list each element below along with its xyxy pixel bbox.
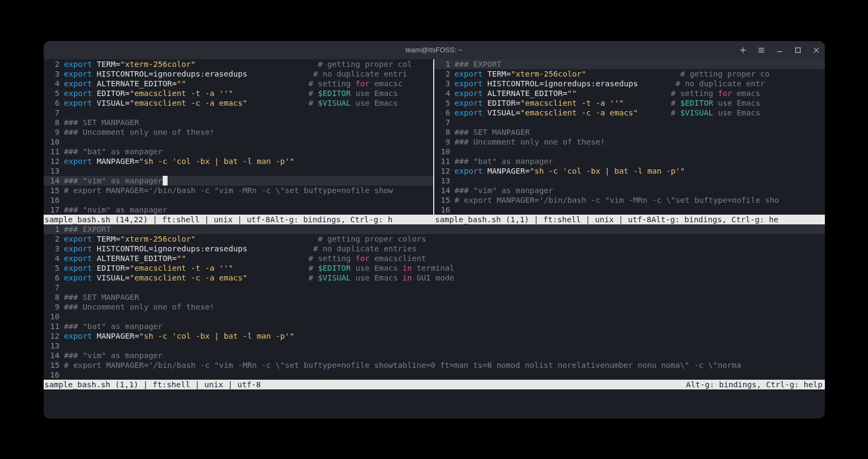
- line-content[interactable]: ### SET MANPAGER: [64, 292, 825, 302]
- line-content[interactable]: [64, 370, 825, 380]
- code-line[interactable]: 9### Uncomment only one of these!: [434, 137, 825, 147]
- code-line[interactable]: 13: [44, 341, 825, 351]
- line-content[interactable]: [455, 176, 825, 186]
- line-content[interactable]: ### "vim" as manpager: [64, 176, 433, 186]
- code-top-right[interactable]: 1### EXPORT2export TERM="xterm-256color"…: [434, 59, 825, 215]
- code-line[interactable]: 4export ALTERNATE_EDITOR="" # setting fo…: [434, 88, 825, 98]
- code-top-left[interactable]: 2export TERM="xterm-256color" # getting …: [44, 59, 433, 215]
- line-content[interactable]: export EDITOR="emacsclient -t -a ''" # $…: [64, 263, 825, 273]
- code-line[interactable]: 13: [44, 166, 433, 176]
- line-content[interactable]: [64, 341, 825, 351]
- code-line[interactable]: 5export EDITOR="emacsclient -t -a ''" # …: [44, 88, 433, 98]
- code-line[interactable]: 15# export MANPAGER='/bin/bash -c "vim -…: [44, 360, 825, 370]
- line-content[interactable]: [64, 108, 433, 118]
- line-content[interactable]: ### "nvim" as manpager: [64, 205, 433, 215]
- line-content[interactable]: ### SET MANPAGER: [64, 118, 433, 127]
- line-content[interactable]: ### EXPORT: [64, 224, 825, 234]
- code-line[interactable]: 11### "bat" as manpager: [434, 156, 825, 166]
- line-content[interactable]: ### "bat" as manpager: [64, 321, 825, 331]
- line-content[interactable]: [64, 283, 825, 292]
- code-line[interactable]: 16: [44, 370, 825, 380]
- pane-bottom[interactable]: 1### EXPORT2export TERM="xterm-256color"…: [44, 224, 825, 389]
- code-line[interactable]: 5export EDITOR="emacsclient -t -a ''" # …: [434, 98, 825, 108]
- code-line[interactable]: 9### Uncomment only one of these!: [44, 127, 433, 137]
- line-content[interactable]: export EDITOR="emacsclient -t -a ''" # $…: [455, 98, 825, 108]
- code-line[interactable]: 7: [44, 283, 825, 292]
- line-content[interactable]: ### "vim" as manpager: [455, 186, 825, 195]
- code-line[interactable]: 17### "nvim" as manpager: [44, 205, 433, 215]
- code-line[interactable]: 3export HISTCONTROL=ignoredups:erasedups…: [44, 69, 433, 79]
- line-content[interactable]: # export MANPAGER='/bin/bash -c "vim -MR…: [64, 360, 825, 370]
- code-line[interactable]: 11### "bat" as manpager: [44, 147, 433, 156]
- line-content[interactable]: [64, 166, 433, 176]
- code-line[interactable]: 4export ALTERNATE_EDITOR="" # setting fo…: [44, 79, 433, 88]
- line-content[interactable]: export MANPAGER="sh -c 'col -bx | bat -l…: [64, 156, 433, 166]
- maximize-button[interactable]: [794, 46, 802, 54]
- minimize-button[interactable]: [775, 46, 784, 54]
- line-content[interactable]: # export MANPAGER='/bin/bash -c "vim -MR…: [455, 195, 825, 205]
- line-content[interactable]: export MANPAGER="sh -c 'col -bx | bat -l…: [455, 166, 825, 176]
- line-content[interactable]: ### SET MANPAGER: [455, 127, 825, 137]
- line-content[interactable]: export VISUAL="emacsclient -c -a emacs" …: [64, 98, 433, 108]
- line-content[interactable]: export VISUAL="emacsclient -c -a emacs" …: [64, 273, 825, 283]
- pane-top-left[interactable]: 2export TERM="xterm-256color" # getting …: [44, 59, 434, 224]
- pane-top-right[interactable]: 1### EXPORT2export TERM="xterm-256color"…: [434, 59, 825, 224]
- line-content[interactable]: ### Uncomment only one of these!: [455, 137, 825, 147]
- line-content[interactable]: [64, 312, 825, 321]
- code-line[interactable]: 14### "vim" as manpager: [434, 186, 825, 195]
- close-button[interactable]: [812, 46, 821, 54]
- line-content[interactable]: ### EXPORT: [455, 59, 825, 69]
- code-line[interactable]: 3export HISTCONTROL=ignoredups:erasedups…: [44, 244, 825, 254]
- new-tab-button[interactable]: [739, 46, 747, 54]
- line-content[interactable]: export HISTCONTROL=ignoredups:erasedups …: [64, 69, 433, 79]
- line-content[interactable]: export HISTCONTROL=ignoredups:erasedups …: [64, 244, 825, 254]
- code-line[interactable]: 8### SET MANPAGER: [44, 118, 433, 127]
- line-content[interactable]: export ALTERNATE_EDITOR="" # setting for…: [64, 79, 433, 88]
- line-content[interactable]: [64, 195, 433, 205]
- line-content[interactable]: [455, 205, 825, 215]
- line-content[interactable]: export TERM="xterm-256color" # getting p…: [455, 69, 825, 79]
- line-content[interactable]: # export MANPAGER='/bin/bash -c "vim -MR…: [64, 186, 433, 195]
- code-line[interactable]: 12export MANPAGER="sh -c 'col -bx | bat …: [434, 166, 825, 176]
- code-line[interactable]: 6export VISUAL="emacsclient -c -a emacs"…: [44, 98, 433, 108]
- line-content[interactable]: export VISUAL="emacsclient -c -a emacs" …: [455, 108, 825, 118]
- line-content[interactable]: ### Uncomment only one of these!: [64, 302, 825, 312]
- line-content[interactable]: [64, 137, 433, 147]
- menu-button[interactable]: [757, 46, 766, 54]
- code-line[interactable]: 6export VISUAL="emacsclient -c -a emacs"…: [434, 108, 825, 118]
- code-line[interactable]: 2export TERM="xterm-256color" # getting …: [434, 69, 825, 79]
- code-line[interactable]: 2export TERM="xterm-256color" # getting …: [44, 59, 433, 69]
- code-line[interactable]: 13: [434, 176, 825, 186]
- line-content[interactable]: [455, 118, 825, 127]
- code-line[interactable]: 10: [44, 137, 433, 147]
- line-content[interactable]: ### "vim" as manpager: [64, 351, 825, 360]
- code-line[interactable]: 8### SET MANPAGER: [434, 127, 825, 137]
- line-content[interactable]: export ALTERNATE_EDITOR="" # setting for…: [64, 254, 825, 263]
- code-line[interactable]: 10: [434, 147, 825, 156]
- code-line[interactable]: 16: [44, 195, 433, 205]
- code-line[interactable]: 12export MANPAGER="sh -c 'col -bx | bat …: [44, 156, 433, 166]
- code-line[interactable]: 1### EXPORT: [434, 59, 825, 69]
- code-line[interactable]: 3export HISTCONTROL=ignoredups:erasedups…: [434, 79, 825, 88]
- line-content[interactable]: export TERM="xterm-256color" # getting p…: [64, 59, 433, 69]
- line-content[interactable]: export MANPAGER="sh -c 'col -bx | bat -l…: [64, 331, 825, 341]
- line-content[interactable]: [455, 147, 825, 156]
- line-content[interactable]: ### "bat" as manpager: [64, 147, 433, 156]
- code-line[interactable]: 11### "bat" as manpager: [44, 321, 825, 331]
- code-line[interactable]: 15# export MANPAGER='/bin/bash -c "vim -…: [44, 186, 433, 195]
- code-line[interactable]: 2export TERM="xterm-256color" # getting …: [44, 234, 825, 244]
- code-line[interactable]: 7: [434, 118, 825, 127]
- line-content[interactable]: export TERM="xterm-256color" # getting p…: [64, 234, 825, 244]
- code-line[interactable]: 12export MANPAGER="sh -c 'col -bx | bat …: [44, 331, 825, 341]
- code-line[interactable]: 14### "vim" as manpager: [44, 351, 825, 360]
- code-line[interactable]: 5export EDITOR="emacsclient -t -a ''" # …: [44, 263, 825, 273]
- code-line[interactable]: 1### EXPORT: [44, 224, 825, 234]
- code-line[interactable]: 4export ALTERNATE_EDITOR="" # setting fo…: [44, 254, 825, 263]
- code-line[interactable]: 9### Uncomment only one of these!: [44, 302, 825, 312]
- code-line[interactable]: 14### "vim" as manpager: [44, 176, 433, 186]
- code-line[interactable]: 6export VISUAL="emacsclient -c -a emacs"…: [44, 273, 825, 283]
- line-content[interactable]: ### "bat" as manpager: [455, 156, 825, 166]
- line-content[interactable]: export ALTERNATE_EDITOR="" # setting for…: [455, 88, 825, 98]
- line-content[interactable]: export HISTCONTROL=ignoredups:erasedups …: [455, 79, 825, 88]
- code-line[interactable]: 16: [434, 205, 825, 215]
